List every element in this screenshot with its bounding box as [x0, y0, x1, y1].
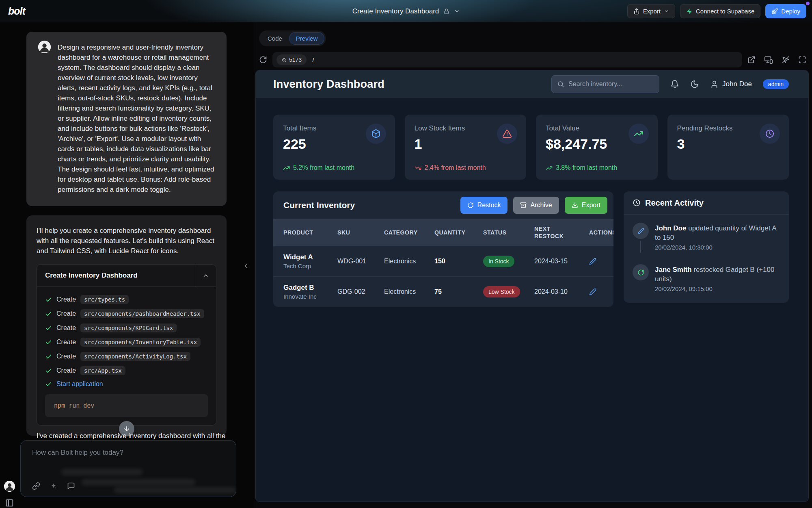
table-header: PRODUCT SKU CATEGORY QUANTITY STATUS NEX…: [273, 219, 613, 246]
collapse-chat-handle[interactable]: [242, 261, 250, 270]
panel-left-icon[interactable]: [5, 499, 14, 507]
step-file-chip[interactable]: src/components/InventoryTable.tsx: [80, 338, 201, 347]
external-link-icon[interactable]: [747, 56, 756, 64]
step-file-chip[interactable]: src/components/KPICard.tsx: [80, 323, 177, 332]
activity-user: John Doe: [655, 224, 686, 232]
tab-code[interactable]: Code: [261, 32, 289, 45]
export-csv-label: Export: [582, 202, 600, 209]
assistant-message: I'll help you create a comprehensive inv…: [26, 215, 227, 436]
export-button[interactable]: Export: [627, 4, 675, 18]
tab-preview[interactable]: Preview: [289, 32, 324, 45]
top-bar: bolt Create Inventory Dashboard Export C…: [0, 0, 812, 22]
export-label: Export: [643, 8, 661, 15]
link-icon[interactable]: [32, 482, 40, 490]
moon-icon[interactable]: [690, 80, 699, 89]
status-dot: [806, 2, 810, 5]
user-icon: [710, 80, 719, 89]
archive-button[interactable]: Archive: [513, 197, 559, 214]
connect-supabase-button[interactable]: Connect to Supabase: [680, 4, 760, 18]
kpi-low-stock: Low Stock Items 1 2.4% from last month: [405, 115, 527, 180]
pencil-icon: [633, 223, 649, 239]
kpi-trend: 5.2% from last month: [283, 164, 354, 172]
reload-icon[interactable]: [259, 56, 267, 64]
trend-down-icon: [415, 165, 421, 172]
trending-up-icon: [628, 124, 649, 144]
col-sku: SKU: [337, 229, 384, 236]
sparkles-icon[interactable]: [50, 482, 57, 490]
account-avatar[interactable]: [4, 481, 15, 492]
start-application-step: Start application: [45, 380, 208, 388]
chevron-down-icon: [664, 9, 669, 14]
build-step: Create src/components/ActivityLog.tsx: [45, 352, 208, 361]
pencil-icon: [589, 258, 596, 265]
port-number: 5173: [289, 56, 302, 63]
cell-next-restock: 2024-03-10: [534, 288, 589, 295]
cell-category: Electronics: [384, 288, 434, 295]
check-icon: [45, 296, 52, 303]
product-supplier: Innovate Inc: [283, 293, 337, 300]
bell-icon[interactable]: [670, 80, 679, 89]
step-action: Create: [56, 296, 76, 303]
status-badge: Low Stock: [483, 286, 520, 297]
check-icon: [45, 353, 52, 360]
check-icon: [45, 310, 52, 317]
edit-row-button[interactable]: [589, 288, 613, 295]
clock-icon: [633, 199, 641, 207]
start-application-link[interactable]: Start application: [56, 380, 103, 388]
user-menu[interactable]: John Doe: [710, 80, 752, 89]
timeline-connector: [640, 241, 641, 253]
url-path: /: [312, 56, 314, 63]
trend-up-icon: [546, 165, 553, 172]
activity-list: John Doe updated quantity of Widget A to…: [624, 215, 789, 303]
connect-supabase-label: Connect to Supabase: [696, 8, 754, 15]
devices-icon[interactable]: [764, 55, 773, 64]
fullscreen-icon[interactable]: [798, 56, 806, 64]
cell-next-restock: 2024-03-15: [534, 258, 589, 265]
build-step: Create src/App.tsx: [45, 366, 208, 375]
cell-sku: WDG-001: [337, 258, 384, 265]
chevron-up-icon[interactable]: [195, 265, 216, 287]
dashboard-title: Inventory Dashboard: [273, 78, 384, 91]
inventory-search[interactable]: [551, 75, 659, 93]
bolt-logo: bolt: [8, 5, 25, 17]
step-file-chip[interactable]: src/components/DashboardHeader.tsx: [80, 309, 204, 318]
export-csv-button[interactable]: Export: [565, 197, 607, 214]
chat-input-box[interactable]: [20, 440, 236, 497]
command-program: npm: [54, 402, 65, 409]
url-field[interactable]: 5173 /: [272, 52, 742, 67]
trend-up-icon: [283, 165, 290, 172]
user-avatar: [38, 41, 51, 53]
view-tabs: Code Preview: [259, 30, 326, 46]
col-category: CATEGORY: [384, 229, 434, 236]
assistant-followup-text: I've created a comprehensive inventory d…: [37, 432, 227, 440]
edit-row-button[interactable]: [589, 258, 613, 265]
cell-quantity[interactable]: 150: [434, 258, 483, 265]
supabase-bolt-icon: [686, 8, 693, 15]
build-card-header[interactable]: Create Inventory Dashboard: [37, 265, 216, 287]
check-icon: [45, 339, 52, 346]
check-icon: [45, 325, 52, 332]
inventory-title: Current Inventory: [283, 200, 455, 210]
dashboard-header: Inventory Dashboard John Doe admin: [256, 70, 808, 98]
preview-frame: Inventory Dashboard John Doe admin Total…: [255, 70, 809, 502]
search-input[interactable]: [568, 80, 654, 88]
lock-icon: [443, 8, 449, 15]
chat-input-toolbar: [32, 482, 75, 490]
recent-activity-title: Recent Activity: [645, 198, 704, 208]
step-file-chip[interactable]: src/components/ActivityLog.tsx: [80, 352, 190, 361]
cell-quantity[interactable]: 75: [434, 288, 483, 295]
step-file-chip[interactable]: src/App.tsx: [80, 366, 125, 375]
restock-button[interactable]: Restock: [460, 197, 508, 214]
kpi-row: Total Items 225 5.2% from last month Low…: [273, 115, 789, 180]
alert-triangle-icon: [497, 124, 517, 144]
step-file-chip[interactable]: src/types.ts: [80, 295, 129, 304]
step-action: Create: [56, 339, 76, 346]
build-step: Create src/components/DashboardHeader.ts…: [45, 309, 208, 318]
inspector-off-icon[interactable]: [782, 56, 790, 64]
chat-icon[interactable]: [67, 482, 75, 490]
check-icon: [45, 367, 52, 374]
port-pill[interactable]: 5173: [276, 54, 307, 65]
archive-label: Archive: [530, 202, 552, 209]
deploy-button[interactable]: Deploy: [765, 4, 806, 18]
chevron-down-icon[interactable]: [454, 8, 460, 14]
